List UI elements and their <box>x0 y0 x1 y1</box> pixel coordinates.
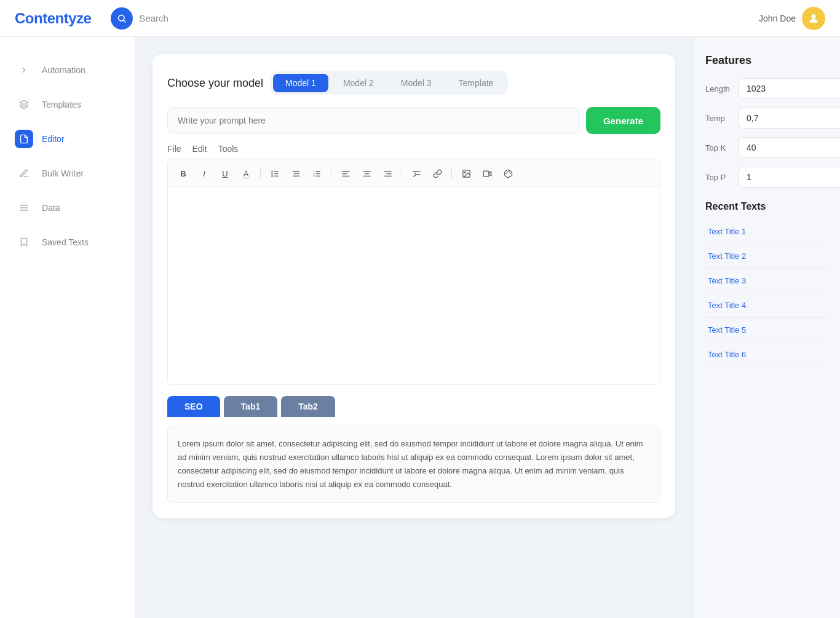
svg-point-10 <box>271 170 273 172</box>
feature-input-length[interactable] <box>739 78 840 99</box>
indent-button[interactable] <box>408 165 424 181</box>
recent-item-6[interactable]: Text Title 6 <box>705 343 828 367</box>
menu-item-edit[interactable]: Edit <box>192 144 207 154</box>
sidebar-item-editor[interactable]: Editor <box>0 123 135 155</box>
top-navigation: Contentyze Search John Doe <box>0 0 840 37</box>
menu-bar: File Edit Tools <box>167 144 660 154</box>
align-left-button[interactable] <box>338 165 354 181</box>
model-tab-template[interactable]: Template <box>446 74 506 92</box>
lorem-text: Lorem ipsum dolor sit amet, consectetur … <box>178 437 650 491</box>
svg-point-41 <box>510 173 511 174</box>
feature-label-temp: Temp <box>705 114 732 123</box>
recent-item-4[interactable]: Text Title 4 <box>705 293 828 318</box>
feature-row-topp: Top P <box>705 167 828 188</box>
svg-marker-37 <box>489 172 491 175</box>
lorem-text-area: Lorem ipsum dolor sit amet, consectetur … <box>167 426 660 503</box>
recent-item-1[interactable]: Text Title 1 <box>705 220 828 244</box>
feature-input-temp[interactable] <box>739 108 840 129</box>
sidebar-item-label: Saved Texts <box>42 237 89 247</box>
video-button[interactable] <box>479 165 495 181</box>
editor-card: Choose your model Model 1 Model 2 Model … <box>153 54 675 518</box>
link-button[interactable] <box>429 165 445 181</box>
bullet-list-button[interactable] <box>267 165 283 181</box>
tab-tab1[interactable]: Tab1 <box>224 396 278 417</box>
sidebar-item-label: Templates <box>42 100 81 109</box>
image-button[interactable] <box>458 165 474 181</box>
menu-item-tools[interactable]: Tools <box>218 144 239 154</box>
feature-input-topk[interactable] <box>739 137 840 158</box>
sidebar-item-label: Automation <box>42 65 85 75</box>
model-selector-row: Choose your model Model 1 Model 2 Model … <box>167 71 660 95</box>
sidebar-item-automation[interactable]: Automation <box>0 54 135 86</box>
search-icon-button[interactable] <box>111 7 133 30</box>
svg-point-40 <box>509 171 510 172</box>
toolbar-separator-2 <box>331 168 331 179</box>
sidebar-item-bulk-writer[interactable]: Bulk Writer <box>0 157 135 189</box>
right-panel: Features Length Temp Top K Top P Recent … <box>692 37 840 618</box>
tab-tab2[interactable]: Tab2 <box>281 396 335 417</box>
avatar <box>802 7 825 30</box>
align-right-button[interactable] <box>379 165 395 181</box>
document-icon <box>15 130 33 148</box>
tab-seo[interactable]: SEO <box>167 396 220 417</box>
user-icon <box>807 12 820 25</box>
toolbar-separator-3 <box>402 168 402 179</box>
search-bar: Search <box>111 7 168 30</box>
layers-icon <box>15 95 33 114</box>
bold-button[interactable]: B <box>175 165 191 181</box>
sidebar: Automation Templates Editor Bulk Writer … <box>0 37 135 618</box>
font-color-button[interactable]: A <box>238 165 254 181</box>
recent-item-2[interactable]: Text Title 2 <box>705 244 828 269</box>
palette-button[interactable] <box>500 165 516 181</box>
editor-body[interactable] <box>167 188 660 385</box>
svg-line-1 <box>124 20 125 22</box>
editor-toolbar: B I U A 123 <box>167 159 660 188</box>
sidebar-item-saved-texts[interactable]: Saved Texts <box>0 226 135 258</box>
svg-point-35 <box>464 172 466 173</box>
menu-item-file[interactable]: File <box>167 144 181 154</box>
bottom-tabs: SEO Tab1 Tab2 <box>167 396 660 417</box>
svg-point-12 <box>271 175 273 177</box>
model-tab-model2[interactable]: Model 2 <box>331 74 386 92</box>
svg-point-2 <box>812 14 816 18</box>
sidebar-item-templates[interactable]: Templates <box>0 89 135 121</box>
recent-item-3[interactable]: Text Title 3 <box>705 269 828 293</box>
italic-button[interactable]: I <box>196 165 212 181</box>
toolbar-separator <box>260 168 261 179</box>
user-name: John Doe <box>759 14 796 23</box>
prompt-row: Generate <box>167 107 660 134</box>
search-placeholder-text: Search <box>139 13 168 23</box>
svg-point-39 <box>507 171 508 172</box>
feature-row-temp: Temp <box>705 108 828 129</box>
prompt-input[interactable] <box>167 107 580 134</box>
svg-rect-36 <box>483 171 489 176</box>
user-section: John Doe <box>759 7 825 30</box>
feature-row-length: Length <box>705 78 828 99</box>
underline-button[interactable]: U <box>217 165 233 181</box>
numbered-list-button[interactable]: 123 <box>309 165 325 181</box>
svg-point-11 <box>271 173 273 175</box>
svg-text:3: 3 <box>313 174 315 177</box>
feature-input-topp[interactable] <box>739 167 840 188</box>
feature-label-topk: Top K <box>705 143 732 153</box>
recent-texts-title: Recent Texts <box>705 201 828 212</box>
recent-item-5[interactable]: Text Title 5 <box>705 318 828 343</box>
search-icon <box>117 14 127 23</box>
model-tabs: Model 1 Model 2 Model 3 Template <box>271 71 508 95</box>
svg-marker-3 <box>20 100 28 105</box>
bookmark-icon <box>15 233 33 252</box>
sidebar-item-label: Editor <box>42 134 65 144</box>
sidebar-item-data[interactable]: Data <box>0 192 135 224</box>
main-content: Choose your model Model 1 Model 2 Model … <box>135 37 692 618</box>
edit-icon <box>15 164 33 183</box>
chevron-right-icon <box>15 61 33 79</box>
app-logo: Contentyze <box>15 10 91 27</box>
model-tab-model3[interactable]: Model 3 <box>389 74 444 92</box>
data-icon <box>15 199 33 217</box>
main-layout: Automation Templates Editor Bulk Writer … <box>0 37 840 618</box>
align-center-button[interactable] <box>359 165 374 181</box>
model-tab-model1[interactable]: Model 1 <box>273 74 328 92</box>
list-middle-button[interactable] <box>288 165 304 181</box>
feature-row-topk: Top K <box>705 137 828 158</box>
generate-button[interactable]: Generate <box>586 107 660 134</box>
